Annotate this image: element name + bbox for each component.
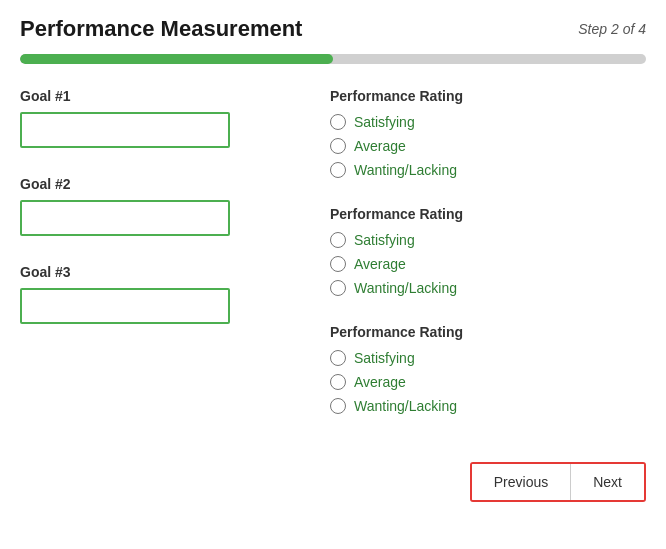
goal-1-label: Goal #1 — [20, 88, 310, 104]
previous-button[interactable]: Previous — [472, 464, 570, 500]
ratings-column: Performance Rating Satisfying Average Wa… — [330, 88, 646, 442]
rating-1-satisfying-radio[interactable] — [330, 114, 346, 130]
rating-2-label: Performance Rating — [330, 206, 646, 222]
rating-block-3: Performance Rating Satisfying Average Wa… — [330, 324, 646, 414]
page-header: Performance Measurement Step 2 of 4 — [20, 16, 646, 42]
rating-3-average-label[interactable]: Average — [354, 374, 406, 390]
next-button[interactable]: Next — [571, 464, 644, 500]
goal-block-1: Goal #1 — [20, 88, 310, 148]
rating-3-satisfying-radio[interactable] — [330, 350, 346, 366]
rating-1-average-radio[interactable] — [330, 138, 346, 154]
rating-3-wanting-option[interactable]: Wanting/Lacking — [330, 398, 646, 414]
rating-2-satisfying-option[interactable]: Satisfying — [330, 232, 646, 248]
rating-3-average-radio[interactable] — [330, 374, 346, 390]
rating-1-average-option[interactable]: Average — [330, 138, 646, 154]
step-label: Step 2 of 4 — [578, 21, 646, 37]
goal-2-label: Goal #2 — [20, 176, 310, 192]
rating-2-satisfying-label[interactable]: Satisfying — [354, 232, 415, 248]
rating-3-average-option[interactable]: Average — [330, 374, 646, 390]
rating-1-average-label[interactable]: Average — [354, 138, 406, 154]
rating-block-2: Performance Rating Satisfying Average Wa… — [330, 206, 646, 296]
rating-1-label: Performance Rating — [330, 88, 646, 104]
rating-1-wanting-label[interactable]: Wanting/Lacking — [354, 162, 457, 178]
goal-2-input[interactable] — [20, 200, 230, 236]
rating-2-average-label[interactable]: Average — [354, 256, 406, 272]
rating-1-satisfying-option[interactable]: Satisfying — [330, 114, 646, 130]
rating-2-wanting-label[interactable]: Wanting/Lacking — [354, 280, 457, 296]
rating-3-wanting-radio[interactable] — [330, 398, 346, 414]
rating-2-average-option[interactable]: Average — [330, 256, 646, 272]
goal-3-label: Goal #3 — [20, 264, 310, 280]
goal-block-2: Goal #2 — [20, 176, 310, 236]
rating-2-satisfying-radio[interactable] — [330, 232, 346, 248]
progress-bar-container — [20, 54, 646, 64]
goal-1-input[interactable] — [20, 112, 230, 148]
rating-3-wanting-label[interactable]: Wanting/Lacking — [354, 398, 457, 414]
rating-1-wanting-option[interactable]: Wanting/Lacking — [330, 162, 646, 178]
rating-1-satisfying-label[interactable]: Satisfying — [354, 114, 415, 130]
rating-block-1: Performance Rating Satisfying Average Wa… — [330, 88, 646, 178]
rating-3-satisfying-label[interactable]: Satisfying — [354, 350, 415, 366]
main-content: Goal #1 Goal #2 Goal #3 Performance Rati… — [20, 88, 646, 442]
progress-bar-fill — [20, 54, 333, 64]
goals-column: Goal #1 Goal #2 Goal #3 — [20, 88, 310, 442]
goal-block-3: Goal #3 — [20, 264, 310, 324]
nav-button-group: Previous Next — [470, 462, 646, 502]
rating-1-wanting-radio[interactable] — [330, 162, 346, 178]
page-title: Performance Measurement — [20, 16, 302, 42]
footer: Previous Next — [20, 452, 646, 502]
rating-3-label: Performance Rating — [330, 324, 646, 340]
rating-3-satisfying-option[interactable]: Satisfying — [330, 350, 646, 366]
rating-2-average-radio[interactable] — [330, 256, 346, 272]
rating-2-wanting-radio[interactable] — [330, 280, 346, 296]
goal-3-input[interactable] — [20, 288, 230, 324]
rating-2-wanting-option[interactable]: Wanting/Lacking — [330, 280, 646, 296]
